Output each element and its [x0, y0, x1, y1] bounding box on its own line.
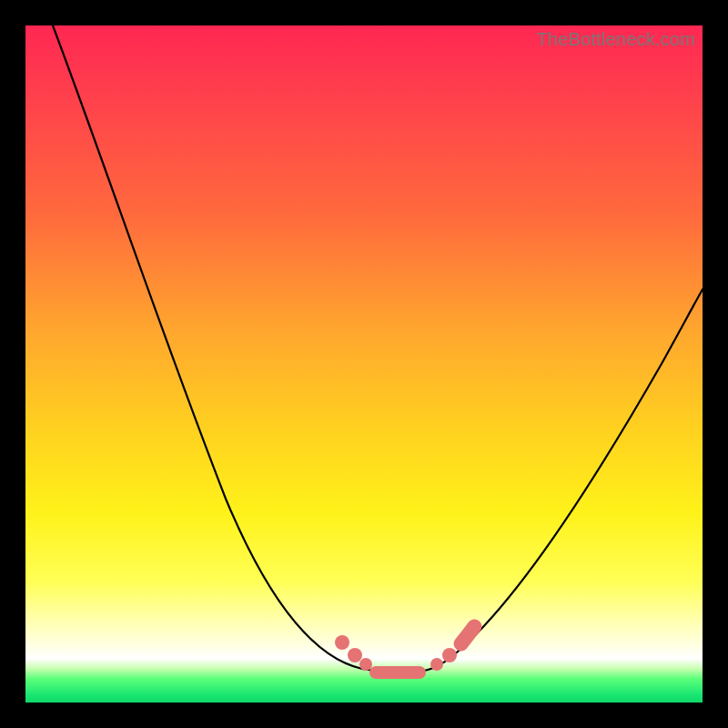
curve-marker: [335, 635, 349, 650]
curve-layer: [25, 25, 703, 703]
chart-frame: TheBottleneck.com: [0, 0, 728, 728]
curve-marker: [430, 658, 443, 671]
bottleneck-curve-left: [53, 25, 408, 672]
curve-marker: [442, 648, 457, 662]
plot-area: TheBottleneck.com: [25, 25, 703, 703]
svg-rect-0: [450, 616, 484, 653]
curve-marker-pill-diag: [450, 616, 484, 653]
curve-marker: [359, 658, 372, 671]
curve-marker: [348, 648, 362, 662]
bottleneck-curve-right: [408, 289, 703, 672]
curve-marker-pill: [369, 666, 426, 679]
